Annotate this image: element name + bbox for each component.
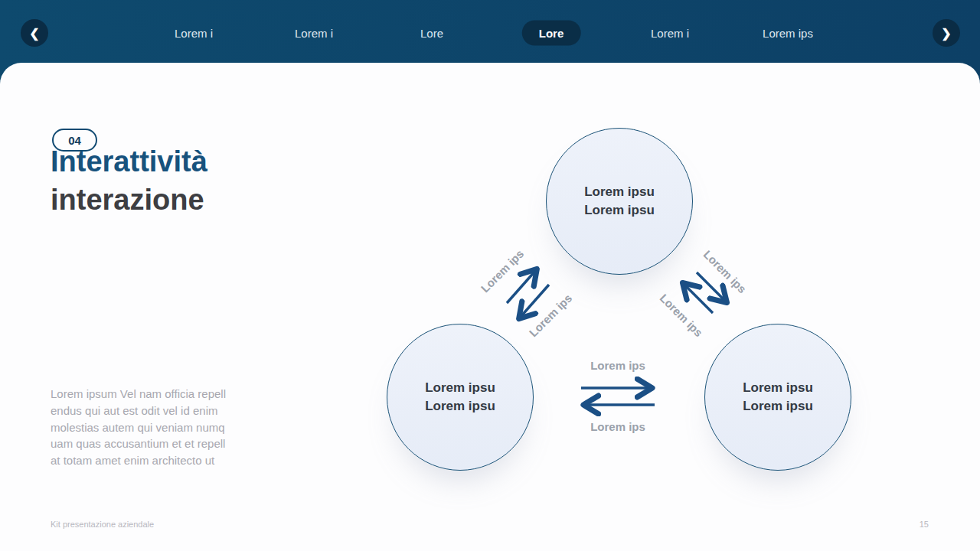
arrow-label-mid-bottom: Lorem ips — [590, 420, 645, 433]
node-text-line: Lorem ipsu — [584, 201, 655, 220]
chevron-left-icon: ❮ — [29, 26, 39, 41]
nav-tab-4-active[interactable]: Lore — [522, 21, 581, 46]
node-text-line: Lorem ipsu — [425, 397, 495, 416]
diagram-node-top: Lorem ipsu Lorem ipsu — [546, 128, 693, 275]
chevron-right-icon: ❯ — [941, 26, 951, 41]
slide-title-line2: interazione — [51, 181, 207, 219]
footer-caption: Kit presentazione aziendale — [51, 520, 154, 529]
node-text-line: Lorem ipsu — [425, 379, 495, 397]
nav-tab-3[interactable]: Lore — [403, 21, 460, 46]
diagram-node-bottom-right: Lorem ipsu Lorem ipsu — [704, 324, 851, 471]
nav-tab-6[interactable]: Lorem ips — [746, 21, 830, 46]
slide-title-line1: Interattività — [51, 142, 207, 181]
nav-tab-5[interactable]: Lorem i — [634, 21, 706, 46]
body-paragraph: Lorem ipsum Vel nam officia repell endus… — [51, 386, 243, 469]
nav-tab-2[interactable]: Lorem i — [278, 21, 350, 46]
page-number: 15 — [920, 520, 929, 529]
node-text-line: Lorem ipsu — [743, 379, 813, 397]
slide-panel — [0, 63, 980, 551]
previous-slide-button[interactable]: ❮ — [21, 19, 48, 47]
arrow-label-mid-top: Lorem ips — [590, 359, 645, 372]
next-slide-button[interactable]: ❯ — [933, 19, 960, 47]
node-text-line: Lorem ipsu — [743, 397, 813, 416]
slide-title: Interattività interazione — [51, 142, 207, 219]
node-text-line: Lorem ipsu — [584, 183, 655, 201]
diagram-node-bottom-left: Lorem ipsu Lorem ipsu — [387, 324, 534, 471]
nav-tab-1[interactable]: Lorem i — [158, 21, 230, 46]
